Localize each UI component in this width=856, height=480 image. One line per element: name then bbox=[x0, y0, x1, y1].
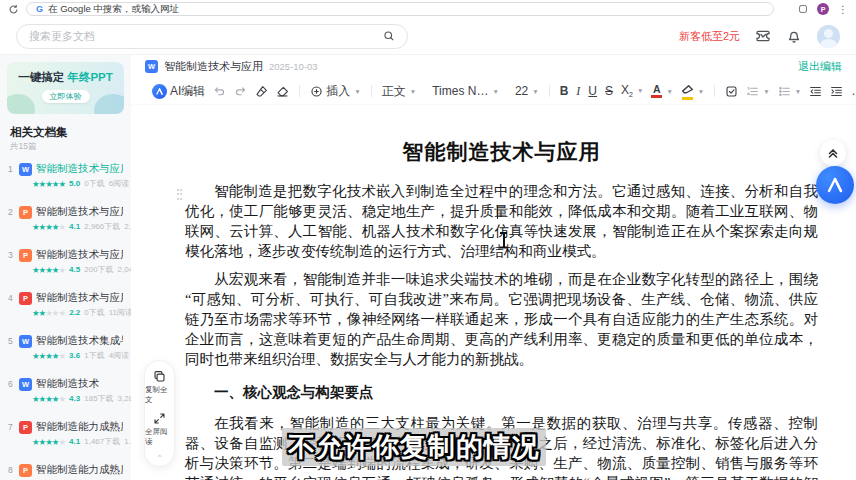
italic-button[interactable]: I bbox=[572, 82, 584, 101]
reload-icon[interactable] bbox=[8, 4, 19, 15]
undo-button[interactable] bbox=[209, 83, 230, 100]
doc-item-title: 智能制造技术 bbox=[36, 377, 99, 391]
redo-button[interactable] bbox=[230, 83, 251, 100]
document-title: 智能制造技术与应用 bbox=[185, 138, 818, 166]
numbered-list-button[interactable]: ▼ bbox=[742, 83, 773, 100]
doc-list-item[interactable]: 1 W 智能制造技术与应用 ★★★★★ 5.0 0下载 6阅读 bbox=[0, 158, 131, 201]
doc-item-meta: ★★★★★ 3.6 1下载 4阅读 bbox=[32, 350, 123, 361]
scroll-to-top-button[interactable] bbox=[820, 140, 846, 166]
doc-item-meta: ★★★★★ 4.3 185下载 3,284阅读 bbox=[32, 393, 123, 404]
doc-item-index: 5 bbox=[8, 336, 15, 346]
more-tools-button[interactable]: … bbox=[847, 82, 856, 100]
format-painter-button[interactable] bbox=[251, 83, 272, 100]
doc-item-rating: 4.5 bbox=[69, 265, 80, 274]
bold-button[interactable]: B bbox=[556, 82, 573, 100]
chevron-down-icon: ▼ bbox=[698, 88, 704, 95]
doc-list-item[interactable]: 8 P 智能制造能力成熟度… ★★★★★ 4.4 179下载 1,394阅读 bbox=[0, 459, 131, 480]
exit-edit-button[interactable]: 退出编辑 bbox=[798, 59, 842, 74]
doc-item-downloads: 200下载 bbox=[84, 264, 113, 275]
document-header: W 智能制造技术与应用 2025-10-03 退出编辑 bbox=[131, 55, 856, 78]
subtitle-text: 不允许你复制的情况 bbox=[288, 432, 540, 462]
doc-list-item[interactable]: 4 P 智能制造技术与应用 ★★★★★ 2.2 0下载 11阅读 bbox=[0, 287, 131, 330]
highlight-button[interactable]: ▼ bbox=[677, 81, 708, 102]
user-avatar[interactable] bbox=[817, 25, 840, 48]
star-rating-icon: ★★★★★ bbox=[32, 222, 65, 232]
document-title-label: 智能制造技术与应用 bbox=[164, 59, 263, 74]
doc-file-icon: W bbox=[19, 163, 32, 176]
ppt-promo-banner[interactable]: 一键搞定 年终PPT 立即体验 bbox=[7, 62, 124, 114]
doc-file-icon: P bbox=[19, 421, 32, 434]
paragraph-1: 智能制造是把数字化技术嵌入到制造全过程中的理念和方法。它通过感知、连接、分析和自… bbox=[185, 181, 818, 261]
doc-list-item[interactable]: 3 P 智能制造技术与应用 ★★★★★ 4.5 200下载 2,045阅读 bbox=[0, 244, 131, 287]
font-family-select[interactable]: Times N… ▼ bbox=[428, 82, 503, 100]
font-color-button[interactable]: A ▼ bbox=[647, 82, 676, 101]
indent-increase-button[interactable] bbox=[826, 83, 847, 100]
doc-item-meta: ★★★★★ 4.1 2,966下载 2.03W阅读 bbox=[32, 221, 123, 232]
address-bar[interactable]: G 在 Google 中搜索，或输入网址 bbox=[26, 2, 774, 16]
banner-try-button[interactable]: 立即体验 bbox=[42, 90, 90, 103]
highlighter-icon bbox=[681, 83, 694, 100]
doc-file-icon: P bbox=[19, 464, 32, 477]
doc-item-rating: 4.1 bbox=[69, 222, 80, 231]
ai-logo-icon bbox=[824, 174, 846, 196]
chevron-down-icon: ▼ bbox=[532, 88, 538, 95]
indent-decrease-button[interactable] bbox=[805, 83, 826, 100]
browser-menu-icon[interactable]: ⋮ bbox=[838, 4, 848, 15]
bell-icon[interactable] bbox=[786, 28, 802, 44]
doc-item-title: 智能制造技术与应用 bbox=[36, 291, 123, 305]
browser-profile-avatar[interactable]: P bbox=[817, 3, 829, 15]
promo-link[interactable]: 新客低至2元 bbox=[679, 29, 740, 44]
google-icon: G bbox=[36, 4, 43, 14]
extensions-icon[interactable] bbox=[798, 4, 808, 14]
doc-item-index: 4 bbox=[8, 293, 15, 303]
doc-item-meta: ★★★★★ 4.1 1,467下载 1.29W阅读 bbox=[32, 436, 123, 447]
copy-fulltext-button[interactable]: 复制全文 bbox=[145, 370, 174, 405]
bullet-list-button[interactable]: ▼ bbox=[774, 83, 805, 100]
search-placeholder: 搜索更多文档 bbox=[29, 29, 95, 44]
paragraph-style-select[interactable]: 正文 ▼ bbox=[378, 81, 420, 102]
doc-list-item[interactable]: 6 W 智能制造技术 ★★★★★ 4.3 185下载 3,284阅读 bbox=[0, 373, 131, 416]
search-icon[interactable] bbox=[383, 30, 395, 42]
paragraph-drag-handle[interactable] bbox=[177, 189, 183, 201]
doc-item-meta: ★★★★★ 5.0 0下载 6阅读 bbox=[32, 178, 123, 189]
doc-item-downloads: 2,966下载 bbox=[84, 221, 120, 232]
doc-item-reads: 2,045阅读 bbox=[118, 264, 131, 275]
doc-list-item[interactable]: 2 P 智能制造技术与应用 ★★★★★ 4.1 2,966下载 2.03W阅读 bbox=[0, 201, 131, 244]
text-caret bbox=[497, 205, 498, 219]
browser-chrome: G 在 Google 中搜索，或输入网址 P ⋮ bbox=[0, 0, 856, 18]
document-canvas[interactable]: 智能制造技术与应用 智能制造是把数字化技术嵌入到制造全过程中的理念和方法。它通过… bbox=[131, 105, 856, 480]
underline-button[interactable]: U bbox=[584, 82, 601, 100]
doc-item-downloads: 1,467下载 bbox=[84, 436, 120, 447]
collapse-chevron-icon[interactable]: ⌃ bbox=[156, 454, 163, 463]
doc-item-title: 智能制造技术与应用 bbox=[36, 248, 123, 262]
doc-item-title: 智能制造技术与应用 bbox=[36, 205, 123, 219]
doc-item-rating: 2.2 bbox=[69, 308, 80, 317]
chevron-down-icon: ▼ bbox=[410, 88, 416, 95]
doc-item-downloads: 185下载 bbox=[84, 393, 113, 404]
doc-list-item[interactable]: 7 P 智能制造能力成熟度… ★★★★★ 4.1 1,467下载 1.29W阅读 bbox=[0, 416, 131, 459]
doc-item-rating: 4.3 bbox=[69, 394, 80, 403]
doc-item-meta: ★★★★★ 2.2 0下载 11阅读 bbox=[32, 307, 123, 318]
doc-item-downloads: 1下载 bbox=[84, 350, 104, 361]
strikethrough-button[interactable]: S bbox=[601, 82, 617, 100]
checklist-button[interactable] bbox=[721, 83, 742, 100]
eraser-button[interactable] bbox=[272, 83, 293, 100]
ai-edit-button[interactable]: AI编辑 bbox=[148, 81, 209, 102]
star-rating-icon: ★★★★★ bbox=[32, 308, 65, 318]
video-subtitle-overlay: 不允许你复制的情况 bbox=[282, 428, 546, 466]
banner-title: 一键搞定 年终PPT bbox=[7, 70, 124, 85]
doc-item-index: 1 bbox=[8, 164, 15, 174]
star-rating-icon: ★★★★★ bbox=[32, 394, 65, 404]
doc-item-title: 智能制造技术与应用 bbox=[36, 162, 123, 176]
ai-assistant-fab[interactable] bbox=[816, 166, 854, 204]
font-color-icon: A bbox=[651, 84, 662, 99]
fullscreen-read-button[interactable]: 全屏阅读 bbox=[145, 412, 174, 447]
doc-list-item[interactable]: 5 W 智能制造技术集成与… ★★★★★ 3.6 1下载 4阅读 bbox=[0, 330, 131, 373]
address-text: 在 Google 中搜索，或输入网址 bbox=[48, 3, 179, 16]
edit-toolbar: AI编辑 插入 ▼ 正文 ▼ bbox=[131, 78, 856, 105]
font-size-select[interactable]: 22 ▼ bbox=[511, 82, 543, 100]
insert-button[interactable]: 插入 ▼ bbox=[306, 81, 364, 102]
subscript-button[interactable]: X2 ▼ bbox=[617, 81, 647, 100]
search-input[interactable]: 搜索更多文档 bbox=[16, 24, 408, 49]
coupon-icon[interactable] bbox=[755, 28, 771, 44]
